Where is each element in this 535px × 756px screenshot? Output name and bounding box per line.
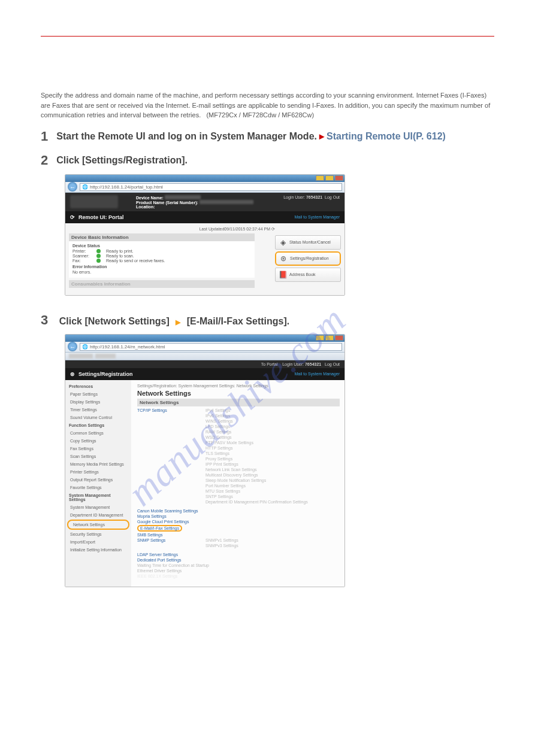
link-department-id-management-pin-confirmation-settings[interactable]: Department ID Management PIN Confirmatio…	[205, 500, 308, 504]
nav-display[interactable]: Display Settings	[65, 398, 131, 406]
back-icon[interactable]: ←	[68, 182, 77, 192]
portal-bar: ⟳Remote UI: Portal Mail to System Manage…	[65, 211, 344, 223]
logout-link[interactable]: Log Out	[325, 362, 340, 366]
triangle-icon: ▶	[176, 318, 180, 326]
nav-output[interactable]: Output Report Settings	[65, 476, 131, 484]
link-ipv6-settings[interactable]: IPv6 Settings	[205, 414, 308, 418]
nav-sysmgmt[interactable]: System Management	[65, 503, 131, 511]
nav-printer[interactable]: Printer Settings	[65, 468, 131, 476]
link-snmpv3[interactable]: SNMPv3 Settings	[205, 544, 238, 548]
logout-link[interactable]: Log Out	[325, 195, 340, 199]
link-multicast-discovery-settings[interactable]: Multicast Discovery Settings	[205, 473, 308, 477]
fax-label: Fax:	[72, 259, 93, 263]
link-mtu-size-settings[interactable]: MTU Size Settings	[205, 489, 308, 493]
scanner-label: Scanner:	[72, 254, 93, 258]
link-canon-mobile[interactable]: Canon Mobile Scanning Settings	[137, 509, 340, 513]
nav-paper[interactable]: Paper Settings	[65, 390, 131, 398]
nav-fax[interactable]: Fax Settings	[65, 445, 131, 453]
nav-favorite[interactable]: Favorite Settings	[65, 484, 131, 491]
link-wins-settings[interactable]: WINS Settings	[205, 419, 308, 423]
nav-cat-function: Function Settings	[65, 421, 131, 429]
link-ldap[interactable]: LDAP Server Settings	[137, 552, 340, 557]
screenshot-portal: ← 🌐http://192.168.1.24/portal_top.html D…	[65, 174, 345, 296]
settings-bar: ⊛Settings/Registration Mail to System Ma…	[65, 368, 344, 380]
window-controls[interactable]	[316, 175, 343, 181]
mail-manager-link[interactable]: Mail to System Manager	[295, 215, 340, 219]
step-2-text: Click [Settings/Registration].	[56, 155, 188, 166]
link-tls-settings[interactable]: TLS Settings	[205, 451, 308, 456]
settings-registration-button[interactable]: ⊛Settings/Registration	[275, 251, 341, 266]
browser-toolbar: ← 🌐http://192.168.1.24/portal_top.html	[65, 182, 344, 193]
window-titlebar	[65, 175, 344, 182]
nav-memory[interactable]: Memory Media Print Settings	[65, 460, 131, 468]
link-raw-settings[interactable]: RAW Settings	[205, 430, 308, 434]
step-1: 1 Start the Remote UI and log on in Syst…	[41, 129, 494, 144]
header-bar: Device Name: Product Name (Serial Number…	[65, 193, 344, 211]
link-smb[interactable]: SMB Settings	[137, 533, 340, 537]
link-snmp[interactable]: SNMP Settings	[137, 538, 197, 542]
nav-init[interactable]: Initialize Setting Information	[65, 546, 131, 554]
link-google[interactable]: Google Cloud Print Settings	[137, 520, 340, 524]
nav-timer[interactable]: Timer Settings	[65, 406, 131, 414]
tab-strip	[65, 353, 344, 360]
link-tcpip[interactable]: TCP/IP Settings	[137, 408, 197, 412]
step-2: 2 Click [Settings/Registration].	[41, 153, 494, 168]
link-network-link-scan-settings[interactable]: Network Link Scan Settings	[205, 467, 308, 472]
printer-label: Printer:	[72, 249, 93, 253]
link-port-number-settings[interactable]: Port Number Settings	[205, 484, 308, 488]
address-bar[interactable]: 🌐http://192.168.1.24/portal_top.html	[80, 183, 342, 191]
link-proxy-settings[interactable]: Proxy Settings	[205, 457, 308, 461]
nav-security[interactable]: Security Settings	[65, 530, 131, 538]
link-snmpv1[interactable]: SNMPv1 Settings	[205, 538, 238, 542]
nav-common[interactable]: Common Settings	[65, 429, 131, 437]
step-3-text-a: Click [Network Settings]	[59, 316, 172, 326]
window-controls[interactable]	[316, 335, 343, 341]
nav-scan[interactable]: Scan Settings	[65, 453, 131, 460]
link-sleep-mode-notification-settings[interactable]: Sleep Mode Notification Settings	[205, 478, 308, 482]
link-wait[interactable]: Waiting Time for Connection at Startup	[137, 563, 340, 567]
scanner-status: Ready to scan.	[106, 254, 134, 258]
error-value: No errors.	[72, 270, 251, 274]
page-title: Network Settings	[137, 390, 340, 397]
back-icon[interactable]: ←	[68, 342, 77, 351]
consumables-header: Consumables Information	[69, 280, 255, 288]
device-name-label: Device Name:	[136, 196, 164, 200]
link-lpd-settings[interactable]: LPD Settings	[205, 424, 308, 429]
step-1-number: 1	[41, 129, 48, 144]
step-1-link[interactable]: Starting Remote UI(P. 612)	[327, 131, 446, 142]
left-nav: Preferences Paper Settings Display Setti…	[65, 380, 131, 587]
link-ipv4-settings[interactable]: IPv4 Settings	[205, 408, 308, 412]
to-portal-link[interactable]: To Portal	[261, 362, 278, 366]
status-monitor-button[interactable]: ◈Status Monitor/Cancel	[275, 235, 341, 250]
portal-body: Last Updated09/11/2015 02:37:44 PM ⟳ Dev…	[65, 223, 344, 295]
link-dedicated[interactable]: Dedicated Port Settings	[137, 558, 340, 562]
link-ipp-print-settings[interactable]: IPP Print Settings	[205, 462, 308, 466]
link-sntp-settings[interactable]: SNTP Settings	[205, 494, 308, 499]
divider	[41, 36, 494, 37]
link-email-ifax[interactable]: E-Mail/I-Fax Settings	[137, 525, 182, 532]
error-info-label: Error Information	[72, 265, 251, 269]
basic-info-header: Device Basic Information	[69, 233, 255, 241]
nav-copy[interactable]: Copy Settings	[65, 437, 131, 445]
nav-import[interactable]: Import/Export	[65, 538, 131, 546]
mail-manager-link[interactable]: Mail to System Manager	[295, 372, 340, 376]
link-wsd-settings[interactable]: WSD Settings	[205, 435, 308, 439]
section-strip: Network Settings	[137, 399, 340, 406]
nav-network[interactable]: Network Settings	[67, 520, 129, 530]
location-label: Location:	[136, 205, 155, 209]
top-header: To Portal Login User: 7654321 Log Out	[65, 360, 344, 368]
nav-cat-system: System Management Settings	[65, 491, 131, 503]
link-http-settings[interactable]: HTTP Settings	[205, 446, 308, 450]
play-icon[interactable]: ▸	[319, 130, 324, 142]
link-ifaxes[interactable]	[202, 111, 204, 119]
link-mopria[interactable]: Mopria Settings	[137, 514, 340, 518]
nav-dept[interactable]: Department ID Management	[65, 511, 131, 519]
nav-sound[interactable]: Sound Volume Control	[65, 414, 131, 421]
link-ethernet[interactable]: Ethernet Driver Settings	[137, 569, 340, 573]
address-bar[interactable]: 🌐http://192.168.1.24/m_network.html	[80, 343, 342, 351]
address-book-button[interactable]: 📕Address Book	[275, 268, 341, 282]
screenshot-network-settings: ← 🌐http://192.168.1.24/m_network.html To…	[65, 334, 345, 587]
link-ieee[interactable]: IEEE 802.1X Settings	[137, 574, 340, 578]
link-ftp-pasv-mode-settings[interactable]: FTP PASV Mode Settings	[205, 441, 308, 445]
browser-toolbar: ← 🌐http://192.168.1.24/m_network.html	[65, 342, 344, 353]
